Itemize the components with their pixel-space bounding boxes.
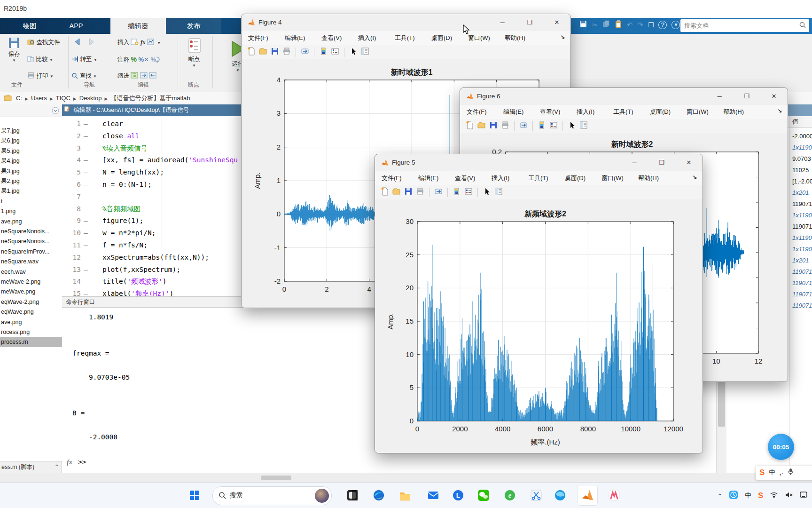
file-list-item[interactable]: ave.png [0, 217, 62, 227]
workspace-value[interactable]: 1x1190 [792, 210, 812, 221]
workspace-value[interactable]: 1x1190 [792, 142, 812, 153]
workspace-value[interactable]: [1,-2.00 [792, 176, 812, 187]
workspace-value[interactable]: 119071 [792, 221, 812, 232]
workspace-value[interactable]: 11025 [792, 165, 812, 176]
insert-button[interactable]: 插入 fx ▼ [117, 39, 161, 47]
taskbar-app-snip-tool[interactable] [526, 485, 547, 506]
toolbar-dropdown-icon[interactable]: ▼ [671, 21, 680, 29]
ime-toolbar[interactable]: S 中 ,· [756, 466, 812, 480]
switch-window-icon[interactable]: ❐ [648, 21, 654, 29]
file-list-item[interactable]: neSquareNonois... [0, 227, 62, 237]
tray-clock-app-icon[interactable] [729, 490, 738, 501]
search-icon[interactable] [799, 21, 806, 31]
back-button[interactable] [73, 38, 83, 48]
taskbar-search[interactable]: 搜索 [212, 486, 332, 505]
folder-icon[interactable] [4, 94, 12, 103]
compare-button[interactable]: 比较 ▼ [27, 56, 53, 64]
tray-ime-mode[interactable]: 中 [745, 492, 751, 500]
find-files-button[interactable]: 查找文件 [27, 39, 60, 47]
screen-recorder-timer[interactable]: 00:05 [768, 434, 794, 460]
crumb-user[interactable]: TIQC [56, 95, 70, 102]
file-list-item[interactable]: meWave-2.png [0, 277, 62, 287]
comment-button[interactable]: 注释 % %✕ %⤸ [117, 56, 160, 64]
workspace-value[interactable]: 119071 [792, 278, 812, 289]
start-button[interactable] [184, 485, 205, 506]
undo-icon[interactable]: ↶ [627, 21, 633, 29]
print-button[interactable]: 打印 ▼ [27, 72, 54, 80]
taskbar-app-edge-browser[interactable] [368, 485, 389, 506]
bottom-scroll-band[interactable] [0, 473, 812, 483]
ime-mode-indicator[interactable]: 中 [769, 468, 775, 477]
cut-icon[interactable]: ✂ [592, 21, 598, 29]
file-list-item[interactable]: rocess.png [0, 327, 62, 337]
taskbar-app-file-explorer[interactable] [395, 485, 415, 506]
file-list-item[interactable]: t [0, 197, 62, 206]
tray-expand-icon[interactable]: ⌃ [717, 492, 722, 500]
sogou-logo[interactable]: S [759, 468, 765, 477]
file-list-item[interactable]: 果5.jpg [0, 146, 62, 156]
wifi-icon[interactable] [770, 492, 778, 500]
file-list-item[interactable]: neSquareImProv... [0, 247, 62, 257]
file-list-item[interactable]: eech.wav [0, 267, 62, 277]
goto-button[interactable]: 转至 ▼ [71, 56, 97, 64]
file-list-item[interactable]: neSquareNonois... [0, 237, 62, 246]
file-list-item[interactable]: 果6.jpg [0, 136, 62, 146]
file-list-item[interactable]: meWave.png [0, 287, 62, 297]
workspace-value[interactable]: -2.0000 [792, 131, 812, 142]
taskbar-app-wechat[interactable] [473, 485, 494, 506]
workspace-value[interactable]: 1x201 [792, 255, 812, 266]
copy-icon[interactable] [602, 20, 610, 30]
indent-button[interactable]: 缩进 [117, 72, 156, 80]
taskbar-app-m-app[interactable] [604, 485, 625, 506]
workspace-value[interactable]: 9.0703 [792, 153, 812, 165]
file-list-item[interactable]: eqWave.png [0, 307, 62, 317]
workspace-value[interactable]: 119071 [792, 300, 812, 311]
workspace-value[interactable]: 119071 [792, 266, 812, 278]
file-list-item[interactable]: eqWave-2.png [0, 297, 62, 307]
help-icon[interactable]: ? [658, 21, 667, 29]
figure5-window[interactable]: Figure 5─❒✕文件(F)编辑(E)查看(V)插入(I)工具(T)桌面(D… [375, 154, 703, 453]
redo-icon[interactable]: ↷ [637, 21, 643, 29]
taskbar-app-browser-green[interactable]: e [500, 485, 520, 506]
save-icon[interactable] [579, 20, 587, 30]
crumb-project[interactable]: 【语音信号分析】基于matlab [110, 95, 190, 102]
taskbar-app-mail-app[interactable] [423, 485, 444, 506]
workspace-value-header[interactable]: 值 [792, 116, 798, 127]
file-list-item[interactable]: 果3.jpg [0, 167, 62, 176]
workspace-value[interactable]: 1x1190 [792, 232, 812, 244]
breakpoints-button[interactable]: 断点 ▼ [186, 38, 202, 68]
file-list-item[interactable]: ave.png [0, 318, 62, 327]
file-list-item[interactable]: process.m [0, 337, 62, 347]
tab-plot[interactable]: 绘图 [9, 18, 50, 34]
taskbar-app-matlab[interactable] [577, 485, 598, 506]
workspace-value[interactable]: 119071 [792, 289, 812, 300]
taskbar-app-browser-blue[interactable] [550, 485, 570, 506]
volume-muted-icon[interactable] [785, 492, 793, 500]
doc-search-box[interactable]: 搜索文档 [680, 19, 809, 32]
file-list-item[interactable]: 果2.jpg [0, 176, 62, 186]
crumb-drive[interactable]: C: [16, 95, 22, 102]
command-prompt[interactable]: fx >> [67, 458, 86, 466]
forward-button[interactable] [86, 38, 96, 48]
taskbar-app-photos-app[interactable] [342, 485, 363, 506]
paste-icon[interactable] [615, 20, 622, 30]
workspace-value[interactable]: 1x1190 [792, 244, 812, 255]
find-button[interactable]: 查找 ▼ [71, 72, 97, 80]
ime-punct-icon[interactable]: ,· [780, 469, 783, 476]
workspace-value[interactable]: 119071 [792, 198, 812, 210]
file-list-item[interactable]: 果7.jpg [0, 126, 62, 136]
crumb-desktop[interactable]: Desktop [79, 95, 102, 102]
tab-publish[interactable]: 发布 [166, 18, 221, 34]
tray-sogou-icon[interactable]: S [758, 492, 763, 500]
tab-app[interactable]: APP [52, 18, 101, 34]
file-list-item[interactable]: 果1.jpg [0, 186, 62, 196]
search-highlight-avatar[interactable] [315, 489, 329, 503]
mic-icon[interactable] [788, 468, 794, 477]
crumb-users[interactable]: Users [31, 95, 47, 102]
panel-menu-icon[interactable] [52, 107, 59, 116]
file-list-item[interactable]: 果4.jpg [0, 156, 62, 166]
file-list-item[interactable]: 1.png [0, 206, 62, 216]
tab-editor[interactable]: 编辑器 [110, 18, 166, 34]
save-button[interactable]: 保存▼ [4, 37, 24, 63]
display-icon[interactable] [800, 492, 807, 500]
